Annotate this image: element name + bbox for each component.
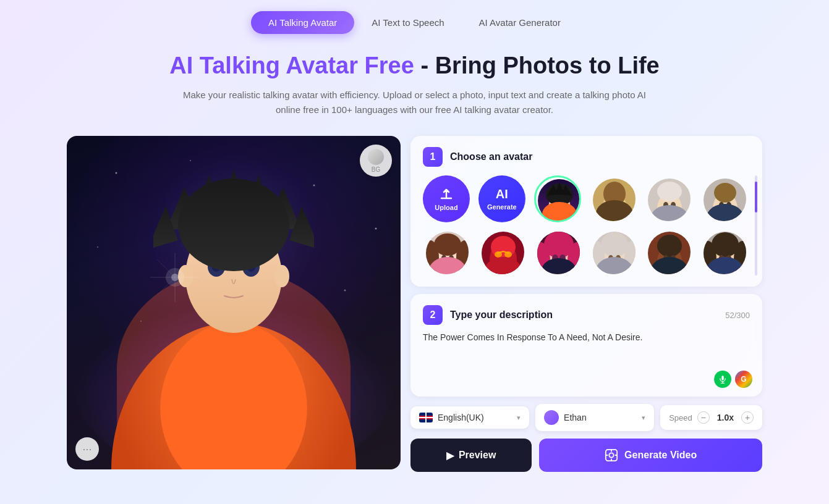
avatar-pink-hair[interactable] xyxy=(534,229,581,275)
speed-value: 1.0x xyxy=(717,413,734,422)
avatar-anime-portrait xyxy=(536,177,581,222)
speed-decrease-button[interactable]: − xyxy=(697,411,710,424)
avatar-older-woman-portrait xyxy=(591,230,637,275)
avatar-mona-lisa-portrait xyxy=(591,177,637,222)
voice-label: Ethan xyxy=(564,413,587,422)
hero-section: AI Talking Avatar Free - Bring Photos to… xyxy=(0,34,829,130)
mic-icon xyxy=(718,375,727,384)
svg-point-63 xyxy=(714,183,736,203)
title-rest: - Bring Photos to Life xyxy=(414,52,660,78)
svg-point-2 xyxy=(116,172,117,174)
upload-icon xyxy=(439,187,454,202)
step1-title: Choose an avatar xyxy=(450,151,532,162)
svg-point-118 xyxy=(609,453,613,457)
voice-icon-button[interactable] xyxy=(714,371,731,388)
avatar-professional-woman[interactable] xyxy=(700,229,747,275)
avatar-upload-button[interactable]: Upload xyxy=(423,175,470,222)
avatar-professional-woman-portrait xyxy=(702,230,747,275)
char-count: 52/300 xyxy=(725,311,750,320)
avatar-young-woman[interactable] xyxy=(423,229,470,275)
nav-tabs: AI Talking Avatar AI Text to Speech AI A… xyxy=(0,0,829,34)
step2-badge: 2 xyxy=(423,305,443,325)
svg-point-7 xyxy=(375,228,377,230)
avatar-dark-skin-man[interactable] xyxy=(645,229,692,275)
desc-header: 2 Type your description 52/300 xyxy=(423,305,750,325)
action-buttons: ▶ Preview Generate Video xyxy=(410,439,762,472)
play-icon: ▶ xyxy=(446,450,454,461)
bottom-controls: English(UK) ▾ Ethan ▾ Speed − 1.0x + xyxy=(410,404,762,431)
more-options-button[interactable]: ··· xyxy=(75,437,99,461)
page-title: AI Talking Avatar Free - Bring Photos to… xyxy=(12,52,817,79)
avatar-pink-hair-portrait xyxy=(535,230,581,275)
tab-talking-avatar[interactable]: AI Talking Avatar xyxy=(251,11,354,34)
svg-point-80 xyxy=(495,251,502,258)
choose-avatar-section: 1 Choose an avatar Upload xyxy=(410,136,762,287)
generate-icon xyxy=(605,448,618,462)
main-content: BG xyxy=(0,136,829,472)
svg-point-6 xyxy=(97,246,98,248)
avatar-einstein-portrait xyxy=(646,177,692,222)
svg-point-56 xyxy=(657,182,682,201)
avatar-businessman[interactable] xyxy=(700,175,747,222)
svg-point-104 xyxy=(657,235,682,257)
scroll-thumb xyxy=(755,182,757,212)
svg-point-79 xyxy=(491,236,516,258)
language-selector[interactable]: English(UK) ▾ xyxy=(410,406,529,429)
avatar-ironman[interactable] xyxy=(478,229,525,275)
g-icon: G xyxy=(741,375,746,384)
voice-avatar-icon xyxy=(544,410,559,425)
preview-image xyxy=(67,136,401,469)
flag-icon xyxy=(419,413,433,422)
speed-label: Speed xyxy=(669,413,692,422)
tab-avatar-generator[interactable]: AI Avatar Generator xyxy=(462,11,578,34)
language-label: English(UK) xyxy=(438,413,484,422)
avatar-older-woman[interactable] xyxy=(590,229,637,275)
tab-text-to-speech[interactable]: AI Text to Speech xyxy=(354,11,461,34)
scroll-track xyxy=(755,175,757,275)
ai-text: AI xyxy=(496,187,508,201)
bg-circle-icon xyxy=(368,149,384,165)
avatar-mona-lisa[interactable] xyxy=(590,175,637,222)
speed-increase-button[interactable]: + xyxy=(741,411,754,424)
voice-chevron-icon: ▾ xyxy=(642,414,645,422)
bg-label: BG xyxy=(372,166,380,173)
lang-chevron-icon: ▾ xyxy=(517,414,521,422)
svg-point-95 xyxy=(601,232,628,257)
voice-selector[interactable]: Ethan ▾ xyxy=(535,404,654,431)
bg-button[interactable]: BG xyxy=(360,145,392,177)
step2-title: Type your description xyxy=(450,309,553,321)
generate-label: Generate Video xyxy=(624,450,697,461)
avatar-grid: Upload AI Generate xyxy=(423,175,750,275)
avatar-businessman-portrait xyxy=(702,177,747,222)
hero-subtitle: Make your realistic talking avatar with … xyxy=(174,88,656,117)
step1-header: 1 Choose an avatar xyxy=(423,147,750,167)
generate-video-button[interactable]: Generate Video xyxy=(539,439,762,472)
generate-label: Generate xyxy=(487,203,517,211)
preview-label: Preview xyxy=(459,450,496,461)
right-panel: 1 Choose an avatar Upload xyxy=(410,136,762,472)
avatar-einstein[interactable] xyxy=(645,175,692,222)
step1-badge: 1 xyxy=(423,147,443,167)
light-flare xyxy=(150,253,200,302)
avatar-dark-skin-man-portrait xyxy=(646,230,692,275)
avatar-generate-button[interactable]: AI Generate xyxy=(478,175,525,222)
avatar-ironman-portrait xyxy=(480,230,525,275)
avatar-young-woman-portrait xyxy=(424,230,470,275)
image-panel: BG xyxy=(67,136,401,469)
svg-point-3 xyxy=(190,160,191,161)
description-text[interactable]: The Power Comes In Response To A Need, N… xyxy=(423,331,750,380)
upload-label: Upload xyxy=(435,204,457,211)
more-icon: ··· xyxy=(82,443,91,456)
desc-action-icons: G xyxy=(714,371,752,388)
title-highlight: AI Talking Avatar Free xyxy=(169,52,414,78)
ai-assist-button[interactable]: G xyxy=(735,371,752,388)
avatar-anime[interactable] xyxy=(534,175,581,222)
preview-button[interactable]: ▶ Preview xyxy=(410,439,532,472)
description-section: 2 Type your description 52/300 The Power… xyxy=(410,294,762,397)
svg-point-81 xyxy=(504,251,512,258)
speed-control: Speed − 1.0x + xyxy=(660,405,762,430)
